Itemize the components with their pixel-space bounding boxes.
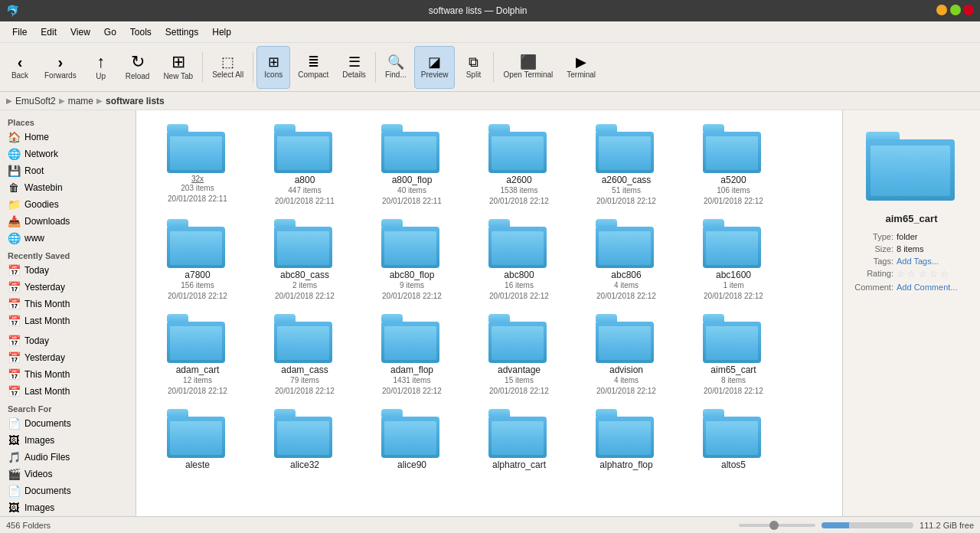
breadcrumb-emusoft2[interactable]: EmuSoft2 bbox=[15, 96, 56, 106]
menu-settings[interactable]: Settings bbox=[159, 24, 204, 41]
breadcrumb-arrow: ▶ bbox=[6, 96, 12, 105]
folder-item-adam_flop[interactable]: adam_flop1431 items20/01/2018 22:12 bbox=[358, 308, 466, 403]
folder-item-abc806[interactable]: abc8064 items20/01/2018 22:12 bbox=[573, 213, 680, 308]
sidebar-item-audio-files[interactable]: 🎵 Audio Files bbox=[0, 449, 136, 466]
info-panel: aim65_cart Type: folder Size: 8 items Ta… bbox=[842, 110, 980, 516]
sidebar-item-images2[interactable]: 🖼 Images bbox=[0, 499, 136, 516]
sidebar-item-today2[interactable]: 📅 Today bbox=[0, 332, 136, 349]
breadcrumb-software-lists[interactable]: software lists bbox=[106, 96, 165, 106]
menu-view[interactable]: View bbox=[64, 24, 96, 41]
folder-name-alphatro_flop: alphatro_flop bbox=[599, 459, 652, 470]
menu-tools[interactable]: Tools bbox=[124, 24, 158, 41]
sidebar-item-documents2[interactable]: 📄 Documents bbox=[0, 482, 136, 499]
back-button[interactable]: ‹ Back bbox=[3, 46, 37, 89]
menu-edit[interactable]: Edit bbox=[34, 24, 63, 41]
sidebar-item-this-month[interactable]: 📅 This Month bbox=[0, 296, 136, 312]
rating-stars[interactable]: ☆ ☆ ☆ ☆ ☆ bbox=[897, 269, 949, 280]
reload-button[interactable]: ↻ Reload bbox=[119, 46, 156, 89]
zoom-slider[interactable] bbox=[739, 524, 815, 527]
icons-button[interactable]: ⊞ Icons bbox=[256, 46, 290, 89]
sidebar-item-www[interactable]: 🌐 www bbox=[0, 230, 136, 247]
folder-item-32x[interactable]: 32x203 items20/01/2018 22:11 bbox=[144, 118, 251, 213]
folder-item-a7800[interactable]: a7800156 items20/01/2018 22:12 bbox=[144, 213, 251, 308]
menu-help[interactable]: Help bbox=[206, 24, 237, 41]
split-button[interactable]: ⧉ Split bbox=[456, 46, 490, 89]
open-terminal-button[interactable]: ⬛ Open Terminal bbox=[497, 46, 559, 89]
folder-item-alice32[interactable]: alice32 bbox=[251, 403, 358, 476]
menu-go[interactable]: Go bbox=[98, 24, 122, 41]
sidebar-item-last-month2[interactable]: 📅 Last Month bbox=[0, 383, 136, 400]
folder-inner bbox=[599, 231, 651, 265]
sidebar-item-documents[interactable]: 📄 Documents bbox=[0, 415, 136, 432]
sidebar-item-this-month2[interactable]: 📅 This Month bbox=[0, 366, 136, 383]
toolbar-sep-2 bbox=[253, 52, 253, 83]
select-all-button[interactable]: ⬚ Select All bbox=[206, 46, 250, 89]
folder-item-advision[interactable]: advision4 items20/01/2018 22:12 bbox=[573, 308, 680, 403]
sidebar-today-label: Today bbox=[24, 265, 49, 276]
sidebar-item-wastebin[interactable]: 🗑 Wastebin bbox=[0, 179, 136, 196]
sidebar-goodies-label: Goodies bbox=[24, 199, 59, 210]
folder-item-abc800[interactable]: abc80016 items20/01/2018 22:12 bbox=[466, 213, 573, 308]
sidebar-item-goodies[interactable]: 📁 Goodies bbox=[0, 196, 136, 213]
folder-name-advision: advision bbox=[609, 365, 643, 375]
folder-item-alphatro_cart[interactable]: alphatro_cart bbox=[466, 403, 573, 476]
folder-item-a2600_cass[interactable]: a2600_cass51 items20/01/2018 22:12 bbox=[573, 118, 680, 213]
sidebar-last-month2-label: Last Month bbox=[24, 386, 70, 397]
compact-label: Compact bbox=[298, 70, 328, 79]
zoom-thumb[interactable] bbox=[769, 521, 779, 530]
close-button[interactable] bbox=[963, 5, 974, 15]
info-row-rating: Rating: ☆ ☆ ☆ ☆ ☆ bbox=[849, 269, 974, 280]
sidebar-item-images[interactable]: 🖼 Images bbox=[0, 432, 136, 449]
folder-item-a2600[interactable]: a26001538 items20/01/2018 22:12 bbox=[466, 118, 573, 213]
add-tags-link[interactable]: Add Tags... bbox=[897, 257, 939, 266]
sidebar-item-downloads[interactable]: 📥 Downloads bbox=[0, 213, 136, 230]
details-button[interactable]: ☰ Details bbox=[336, 46, 372, 89]
sidebar-item-last-month[interactable]: 📅 Last Month bbox=[0, 312, 136, 329]
folder-item-adam_cass[interactable]: adam_cass79 items20/01/2018 22:12 bbox=[251, 308, 358, 403]
info-size-label: Size: bbox=[849, 244, 897, 253]
folder-item-abc80_cass[interactable]: abc80_cass2 items20/01/2018 22:12 bbox=[251, 213, 358, 308]
folder-item-a5200[interactable]: a5200106 items20/01/2018 22:12 bbox=[680, 118, 787, 213]
folder-item-alice90[interactable]: alice90 bbox=[358, 403, 466, 476]
folder-tab bbox=[167, 124, 188, 132]
preview-button[interactable]: ◪ Preview bbox=[414, 46, 456, 89]
sidebar-item-yesterday[interactable]: 📅 Yesterday bbox=[0, 279, 136, 296]
breadcrumb-mame[interactable]: mame bbox=[68, 96, 93, 106]
folder-body bbox=[488, 132, 547, 173]
find-button[interactable]: 🔍 Find... bbox=[379, 46, 413, 89]
sidebar-item-yesterday2[interactable]: 📅 Yesterday bbox=[0, 349, 136, 366]
folder-item-altos5[interactable]: altos5 bbox=[680, 403, 787, 476]
folder-item-a800[interactable]: a800447 items20/01/2018 22:11 bbox=[251, 118, 358, 213]
folder-body bbox=[703, 227, 761, 268]
menu-file[interactable]: File bbox=[6, 24, 33, 41]
folder-meta-a7800: 156 items bbox=[181, 280, 214, 291]
goodies-icon: 📁 bbox=[8, 198, 20, 211]
sidebar-item-network[interactable]: 🌐 Network bbox=[0, 146, 136, 162]
terminal-button[interactable]: ▶ Terminal bbox=[560, 46, 602, 89]
folder-body bbox=[167, 132, 225, 173]
folder-item-abc80_flop[interactable]: abc80_flop9 items20/01/2018 22:12 bbox=[358, 213, 466, 308]
compact-button[interactable]: ≣ Compact bbox=[292, 46, 335, 89]
folder-item-aim65_cart[interactable]: aim65_cart8 items20/01/2018 22:12 bbox=[680, 308, 787, 403]
sidebar-item-today[interactable]: 📅 Today bbox=[0, 262, 136, 279]
folder-item-abc1600[interactable]: abc16001 item20/01/2018 22:12 bbox=[680, 213, 787, 308]
sidebar-item-root[interactable]: 💾 Root bbox=[0, 162, 136, 179]
up-icon: ↑ bbox=[96, 54, 105, 70]
up-button[interactable]: ↑ Up bbox=[84, 46, 118, 89]
folder-item-adam_cart[interactable]: adam_cart12 items20/01/2018 22:12 bbox=[144, 308, 251, 403]
folder-item-advantage[interactable]: advantage15 items20/01/2018 22:12 bbox=[466, 308, 573, 403]
folder-item-aleste[interactable]: aleste bbox=[144, 403, 251, 476]
sidebar-item-videos[interactable]: 🎬 Videos bbox=[0, 466, 136, 482]
add-comment-link[interactable]: Add Comment... bbox=[897, 283, 957, 292]
info-size-value: 8 items bbox=[897, 244, 974, 253]
minimize-button[interactable] bbox=[936, 5, 947, 15]
sidebar-item-home[interactable]: 🏠 Home bbox=[0, 129, 136, 146]
yesterday2-icon: 📅 bbox=[8, 352, 20, 364]
folder-item-alphatro_flop[interactable]: alphatro_flop bbox=[573, 403, 680, 476]
forwards-button[interactable]: › Forwards bbox=[38, 46, 83, 89]
new-tab-button[interactable]: ⊞ New Tab bbox=[157, 46, 199, 89]
sidebar-root-label: Root bbox=[24, 165, 44, 176]
folder-item-a800_flop[interactable]: a800_flop40 items20/01/2018 22:11 bbox=[358, 118, 466, 213]
folder-body bbox=[703, 322, 761, 363]
maximize-button[interactable] bbox=[950, 5, 961, 15]
